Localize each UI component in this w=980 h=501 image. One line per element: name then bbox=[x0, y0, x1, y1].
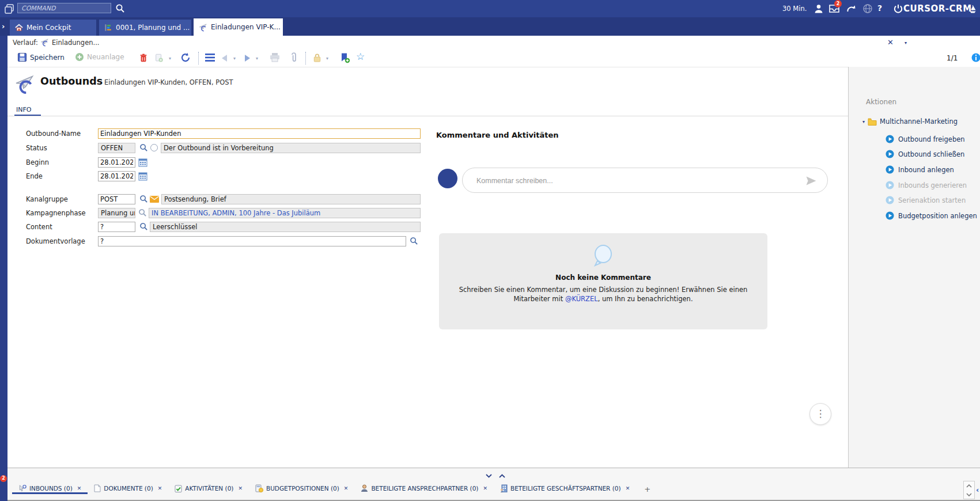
save-button[interactable]: Speichern bbox=[17, 52, 65, 62]
expand-left-panel-icon[interactable]: › bbox=[2, 22, 5, 31]
action-budgetposition-anlegen[interactable]: Budgetposition anlegen bbox=[886, 211, 977, 220]
history-entry[interactable]: Einladungen... bbox=[52, 39, 100, 47]
left-collapsed-panel[interactable]: 2 bbox=[0, 36, 7, 501]
action-inbounds-generieren: Inbounds generieren bbox=[886, 181, 967, 189]
ende-date-input[interactable] bbox=[98, 171, 135, 181]
delete-icon[interactable] bbox=[139, 53, 148, 63]
bookmark-add-icon[interactable] bbox=[339, 52, 350, 63]
calendar-icon[interactable] bbox=[138, 172, 147, 181]
status-circle-icon bbox=[150, 144, 158, 151]
inbound-icon bbox=[18, 484, 27, 492]
action-inbound-anlegen[interactable]: Inbound anlegen bbox=[886, 165, 954, 174]
actions-group-multichannel[interactable]: ▾ Multichannel-Marketing bbox=[862, 117, 958, 126]
copy-dropdown-icon[interactable]: ▾ bbox=[169, 56, 171, 61]
more-options-button[interactable]: ⋮ bbox=[809, 403, 831, 425]
sub-entity-tabs: INBOUNDS (0) ✕ DOKUMENTE (0) ✕ AKTIVITÄT… bbox=[12, 484, 659, 494]
plus-circle-icon bbox=[75, 52, 84, 62]
action-outbound-freigeben[interactable]: Outbound freigeben bbox=[886, 135, 965, 143]
action-toolbar: Speichern Neuanlage ▾ ▾ ▾ ▾ ☆ 1/1 bbox=[7, 50, 980, 67]
action-outbound-schliessen[interactable]: Outbound schließen bbox=[886, 150, 964, 158]
menu-icon[interactable] bbox=[205, 54, 215, 62]
field-label: Outbound-Name bbox=[26, 130, 81, 138]
play-icon-disabled bbox=[886, 181, 894, 189]
copy-record-icon[interactable] bbox=[154, 53, 164, 63]
lock-dropdown-icon[interactable]: ▾ bbox=[326, 56, 328, 61]
close-tab-icon[interactable]: ✕ bbox=[483, 485, 487, 491]
collapse-caret-icon[interactable]: ▾ bbox=[862, 119, 865, 124]
close-tab-icon[interactable]: ✕ bbox=[238, 485, 243, 491]
previous-record-icon[interactable] bbox=[222, 55, 227, 62]
close-tab-icon[interactable]: ✕ bbox=[626, 485, 630, 491]
scroll-up-icon[interactable] bbox=[966, 484, 972, 488]
close-tab-icon[interactable]: ✕ bbox=[77, 485, 82, 491]
new-record-button[interactable]: Neuanlage bbox=[75, 52, 124, 62]
tab-scroll-control bbox=[963, 481, 975, 499]
favorite-star-icon[interactable]: ☆ bbox=[356, 51, 365, 62]
close-tab-icon[interactable]: ✕ bbox=[158, 485, 162, 491]
expand-up-icon[interactable] bbox=[499, 474, 505, 478]
lookup-icon[interactable] bbox=[139, 195, 148, 203]
lookup-icon[interactable] bbox=[138, 208, 147, 217]
previous-dropdown-icon[interactable]: ▾ bbox=[233, 56, 236, 61]
bottom-tab-beteiligte-ansprechpartner[interactable]: BETEILIGTE ANSPRECHPARTNER (0) ✕ bbox=[354, 484, 494, 494]
dokumentvorlage-input[interactable] bbox=[98, 236, 406, 246]
info-icon[interactable] bbox=[971, 53, 980, 62]
content-key-input[interactable] bbox=[98, 222, 135, 232]
user-icon[interactable] bbox=[813, 3, 824, 14]
comments-heading: Kommentare und Aktivitäten bbox=[436, 131, 559, 139]
history-dropdown-icon[interactable]: ▾ bbox=[905, 40, 907, 45]
field-label: Content bbox=[26, 223, 52, 231]
command-input[interactable] bbox=[17, 3, 111, 13]
next-dropdown-icon[interactable]: ▾ bbox=[256, 56, 258, 61]
tab-kampagne-0001[interactable]: 0001, Planung und ... ✕ bbox=[99, 20, 191, 36]
redo-icon[interactable] bbox=[846, 3, 856, 14]
beginn-date-input[interactable] bbox=[98, 157, 135, 168]
bottom-tab-inbounds[interactable]: INBOUNDS (0) ✕ bbox=[12, 484, 88, 494]
command-search-icon[interactable] bbox=[115, 3, 125, 13]
expand-right-icon[interactable]: ‹ bbox=[976, 485, 979, 494]
scroll-down-icon[interactable] bbox=[966, 493, 972, 496]
lookup-icon[interactable] bbox=[139, 143, 148, 152]
lookup-icon[interactable] bbox=[410, 237, 418, 245]
tab-info[interactable]: INFO bbox=[16, 106, 31, 113]
tab-einladungen-vip[interactable]: Einladungen VIP-K... ✕ bbox=[194, 18, 283, 36]
calendar-icon[interactable] bbox=[138, 158, 147, 167]
bottom-tab-budgetpositionen[interactable]: BUDGETPOSITIONEN (0) ✕ bbox=[249, 484, 354, 494]
print-icon[interactable] bbox=[270, 53, 280, 62]
field-row-status: Status OFFEN Der Outbound ist in Vorbere… bbox=[0, 143, 444, 153]
collapse-down-icon[interactable] bbox=[486, 474, 492, 478]
close-tab-icon[interactable]: ✕ bbox=[286, 24, 291, 31]
mail-icon bbox=[150, 196, 159, 203]
contact-person-icon bbox=[361, 484, 368, 492]
help-icon[interactable]: ? bbox=[877, 3, 882, 13]
field-row-content: Content Leerschlüssel bbox=[0, 222, 444, 232]
bottom-tab-aktivitaeten[interactable]: AKTIVITÄTEN (0) ✕ bbox=[168, 484, 249, 494]
refresh-icon[interactable] bbox=[180, 52, 191, 63]
lock-icon[interactable] bbox=[312, 52, 322, 63]
left-panel-badge: 2 bbox=[0, 475, 7, 482]
attachment-icon[interactable] bbox=[290, 52, 298, 63]
inbox-tray-icon[interactable]: 2 bbox=[828, 3, 840, 13]
field-label: Kampagnenphase bbox=[26, 209, 86, 217]
close-tab-icon[interactable]: ✕ bbox=[344, 485, 349, 491]
pages-icon[interactable] bbox=[5, 4, 14, 14]
cmd-globe-icon[interactable] bbox=[862, 3, 873, 14]
mention-link[interactable]: @KÜRZEL bbox=[565, 295, 598, 303]
tab-divider bbox=[7, 116, 848, 116]
send-icon[interactable] bbox=[805, 176, 817, 186]
tab-mein-cockpit[interactable]: Mein Cockpit bbox=[10, 20, 96, 36]
outbound-name-input[interactable] bbox=[98, 128, 421, 139]
gantt-icon bbox=[104, 24, 112, 32]
lookup-icon[interactable] bbox=[139, 222, 148, 231]
sailboat-icon bbox=[969, 5, 977, 14]
history-close-icon[interactable]: ✕ bbox=[887, 38, 894, 47]
kampagnenphase-link-field[interactable]: IN BEARBEITUNG, ADMIN, 100 Jahre - Das J… bbox=[149, 208, 421, 218]
record-pager: 1/1 bbox=[947, 54, 958, 62]
bottom-tab-beteiligte-geschaeftspartner[interactable]: BETEILIGTE GESCHÄFTSPARTNER (0) ✕ bbox=[494, 484, 636, 494]
logout-power-icon[interactable] bbox=[893, 3, 903, 14]
kanalgruppe-key-input[interactable] bbox=[98, 194, 135, 204]
next-record-icon[interactable] bbox=[245, 55, 250, 62]
bottom-tab-dokumente[interactable]: DOKUMENTE (0) ✕ bbox=[88, 484, 168, 494]
add-tab-button[interactable]: + bbox=[636, 484, 659, 494]
comment-input[interactable] bbox=[475, 169, 800, 193]
